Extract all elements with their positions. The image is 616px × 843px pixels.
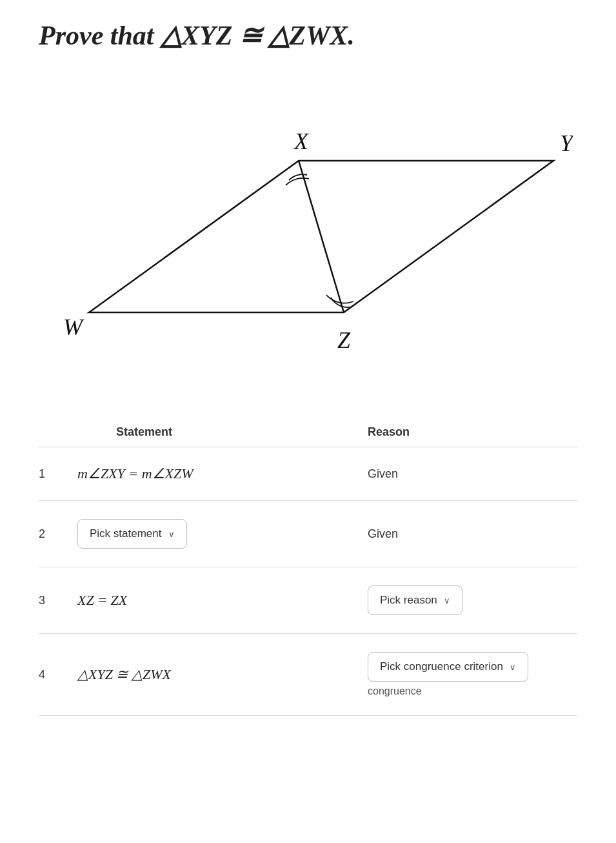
row-4-statement: △XYZ ≅ △ZWX	[77, 634, 368, 716]
page-title: Prove that △XYZ ≅ △ZWX.	[39, 19, 577, 51]
pick-reason-dropdown[interactable]: Pick reason ∨	[368, 585, 462, 615]
row-2-reason: Given	[368, 501, 577, 567]
table-row: 4 △XYZ ≅ △ZWX Pick congruence criterion …	[39, 634, 577, 716]
chevron-down-icon: ∨	[168, 529, 175, 539]
row-4-num: 4	[39, 634, 77, 716]
pick-statement-label: Pick statement	[90, 527, 162, 540]
row-1-reason: Given	[368, 447, 577, 501]
chevron-down-icon: ∨	[510, 662, 516, 672]
row-num-header	[39, 419, 77, 447]
row-1-num: 1	[39, 447, 77, 501]
congruence-note: congruence	[368, 686, 577, 697]
table-row: 1 m∠ZXY = m∠XZW Given	[39, 447, 577, 501]
proof-header: Statement Reason	[39, 419, 577, 447]
triangle2-label: △ZWX	[268, 21, 348, 50]
row-2-num: 2	[39, 501, 77, 567]
row-3-num: 3	[39, 567, 77, 634]
table-row: 3 XZ = ZX Pick reason ∨	[39, 567, 577, 634]
svg-line-1	[299, 161, 344, 312]
svg-text:Y: Y	[560, 130, 573, 156]
statement-header: Statement	[77, 419, 368, 447]
page-container: Prove that △XYZ ≅ △ZWX. X Y	[0, 0, 616, 755]
pick-congruence-label: Pick congruence criterion	[380, 660, 503, 673]
geometry-diagram: X Y W Z	[44, 77, 573, 374]
pick-statement-dropdown[interactable]: Pick statement ∨	[77, 519, 187, 549]
row-1-statement: m∠ZXY = m∠XZW	[77, 447, 368, 501]
pick-reason-label: Pick reason	[380, 594, 437, 607]
reason-header: Reason	[368, 419, 577, 447]
diagram-area: X Y W Z	[39, 70, 577, 380]
table-row: 2 Pick statement ∨ Given	[39, 501, 577, 567]
chevron-down-icon: ∨	[444, 596, 450, 605]
row-3-reason: Pick reason ∨	[368, 567, 577, 634]
svg-text:X: X	[293, 128, 310, 154]
svg-text:W: W	[63, 314, 84, 340]
row-2-statement: Pick statement ∨	[77, 501, 368, 567]
proof-table: Statement Reason 1 m∠ZXY = m∠XZW Given 2	[39, 419, 577, 716]
row-4-reason: Pick congruence criterion ∨ congruence	[368, 634, 577, 716]
row-3-statement: XZ = ZX	[77, 567, 368, 634]
triangle1-label: △XYZ	[161, 21, 232, 50]
pick-congruence-dropdown[interactable]: Pick congruence criterion ∨	[368, 652, 528, 682]
svg-text:Z: Z	[337, 327, 351, 353]
